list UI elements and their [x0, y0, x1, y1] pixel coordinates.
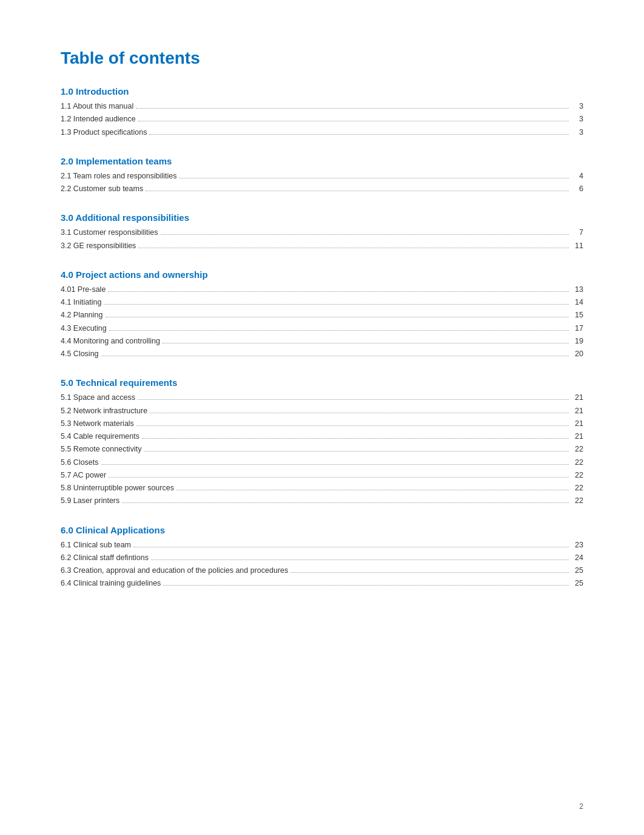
toc-entry[interactable]: 6.1 Clinical sub team23 — [61, 539, 583, 552]
toc-entry[interactable]: 2.2 Customer sub teams6 — [61, 183, 583, 195]
entry-label: 4.4 Monitoring and controlling — [61, 335, 160, 348]
entry-dots — [136, 425, 569, 426]
entry-label: 4.1 Initiating — [61, 296, 101, 309]
entry-page-number: 17 — [571, 322, 583, 335]
toc-entry[interactable]: 5.8 Uninterruptible power sources22 — [61, 482, 583, 495]
section-1: 1.0 Introduction1.1 About this manual31.… — [61, 86, 583, 139]
entry-dots — [144, 451, 569, 451]
toc-entry[interactable]: 4.5 Closing20 — [61, 348, 583, 360]
toc-entry[interactable]: 5.1 Space and access21 — [61, 391, 583, 404]
toc-entry[interactable]: 5.4 Cable requirements21 — [61, 430, 583, 443]
entry-dots — [133, 547, 569, 547]
toc-entry[interactable]: 4.3 Executing17 — [61, 322, 583, 335]
section-6-heading[interactable]: 6.0 Clinical Applications — [61, 525, 583, 535]
entry-page-number: 7 — [571, 226, 583, 239]
entry-label: 6.4 Clinical training guidelines — [61, 577, 161, 590]
toc-entry[interactable]: 6.3 Creation, approval and education of … — [61, 564, 583, 577]
toc-entry[interactable]: 4.1 Initiating14 — [61, 296, 583, 309]
entry-label: 2.1 Team roles and responsibilities — [61, 170, 177, 183]
entry-dots — [106, 317, 569, 317]
entry-label: 1.2 Intended audience — [61, 113, 136, 126]
section-2-heading[interactable]: 2.0 Implementation teams — [61, 156, 583, 166]
entry-page-number: 22 — [571, 495, 583, 507]
entry-dots — [109, 477, 569, 478]
entry-label: 5.9 Laser printers — [61, 495, 119, 507]
page-number: 2 — [579, 802, 583, 811]
entry-page-number: 15 — [571, 309, 583, 322]
toc-entry[interactable]: 6.2 Clinical staff defintions24 — [61, 552, 583, 564]
entry-dots — [290, 572, 569, 573]
toc-entry[interactable]: 6.4 Clinical training guidelines25 — [61, 577, 583, 590]
entry-dots — [163, 585, 569, 586]
toc-entry[interactable]: 5.7 AC power22 — [61, 469, 583, 482]
toc-title: Table of contents — [61, 49, 583, 68]
entry-page-number: 25 — [571, 577, 583, 590]
toc-entry[interactable]: 5.5 Remote connectivity22 — [61, 443, 583, 456]
entry-page-number: 25 — [571, 564, 583, 577]
entry-label: 4.01 Pre-sale — [61, 283, 106, 296]
entry-label: 5.8 Uninterruptible power sources — [61, 482, 174, 495]
entry-label: 5.7 AC power — [61, 469, 106, 482]
entry-dots — [104, 304, 569, 305]
toc-entry[interactable]: 5.9 Laser printers22 — [61, 495, 583, 507]
toc-entry[interactable]: 1.3 Product specifications3 — [61, 126, 583, 139]
entry-dots — [138, 248, 569, 248]
section-2: 2.0 Implementation teams2.1 Team roles a… — [61, 156, 583, 196]
entry-label: 3.2 GE responsibilities — [61, 240, 136, 252]
entry-page-number: 22 — [571, 469, 583, 482]
section-5-heading[interactable]: 5.0 Technical requirements — [61, 377, 583, 388]
entry-label: 1.1 About this manual — [61, 100, 133, 113]
section-3-heading[interactable]: 3.0 Additional responsibilities — [61, 212, 583, 223]
entry-page-number: 14 — [571, 296, 583, 309]
toc-entry[interactable]: 4.2 Planning15 — [61, 309, 583, 322]
entry-page-number: 3 — [571, 113, 583, 126]
entry-page-number: 20 — [571, 348, 583, 360]
entry-page-number: 3 — [571, 126, 583, 139]
toc-entry[interactable]: 1.1 About this manual3 — [61, 100, 583, 113]
toc-container: 1.0 Introduction1.1 About this manual31.… — [61, 86, 583, 590]
section-4-heading[interactable]: 4.0 Project actions and ownership — [61, 269, 583, 280]
entry-label: 6.2 Clinical staff defintions — [61, 552, 149, 564]
entry-dots — [101, 356, 569, 356]
toc-entry[interactable]: 4.01 Pre-sale13 — [61, 283, 583, 296]
toc-entry[interactable]: 5.3 Network materials21 — [61, 418, 583, 430]
toc-entry[interactable]: 5.2 Network infrastructure21 — [61, 405, 583, 418]
entry-label: 6.1 Clinical sub team — [61, 539, 131, 552]
entry-dots — [149, 134, 569, 135]
entry-dots — [138, 399, 569, 400]
entry-dots — [138, 121, 569, 121]
toc-entry[interactable]: 4.4 Monitoring and controlling19 — [61, 335, 583, 348]
entry-label: 5.4 Cable requirements — [61, 430, 139, 443]
toc-entry[interactable]: 2.1 Team roles and responsibilities4 — [61, 170, 583, 183]
entry-page-number: 24 — [571, 552, 583, 564]
toc-entry[interactable]: 3.1 Customer responsibilities7 — [61, 226, 583, 239]
page: Table of contents 1.0 Introduction1.1 Ab… — [0, 0, 644, 835]
toc-entry[interactable]: 5.6 Closets22 — [61, 456, 583, 469]
entry-page-number: 22 — [571, 482, 583, 495]
entry-label: 1.3 Product specifications — [61, 126, 147, 139]
entry-label: 5.6 Closets — [61, 456, 99, 469]
entry-dots — [151, 559, 569, 560]
entry-label: 5.2 Network infrastructure — [61, 405, 147, 418]
toc-entry[interactable]: 1.2 Intended audience3 — [61, 113, 583, 126]
section-3: 3.0 Additional responsibilities3.1 Custo… — [61, 212, 583, 252]
entry-dots — [176, 490, 569, 490]
section-1-heading[interactable]: 1.0 Introduction — [61, 86, 583, 96]
section-5: 5.0 Technical requirements5.1 Space and … — [61, 377, 583, 507]
entry-dots — [161, 234, 569, 235]
entry-label: 4.3 Executing — [61, 322, 107, 335]
entry-dots — [101, 464, 569, 465]
entry-page-number: 22 — [571, 456, 583, 469]
entry-label: 6.3 Creation, approval and education of … — [61, 564, 288, 577]
entry-page-number: 21 — [571, 391, 583, 404]
entry-label: 5.1 Space and access — [61, 391, 135, 404]
entry-label: 4.5 Closing — [61, 348, 99, 360]
entry-dots — [109, 330, 569, 331]
entry-page-number: 21 — [571, 430, 583, 443]
entry-dots — [136, 108, 569, 109]
toc-entry[interactable]: 3.2 GE responsibilities11 — [61, 240, 583, 252]
entry-label: 2.2 Customer sub teams — [61, 183, 143, 195]
entry-label: 5.3 Network materials — [61, 418, 134, 430]
entry-dots — [150, 413, 569, 413]
entry-page-number: 23 — [571, 539, 583, 552]
